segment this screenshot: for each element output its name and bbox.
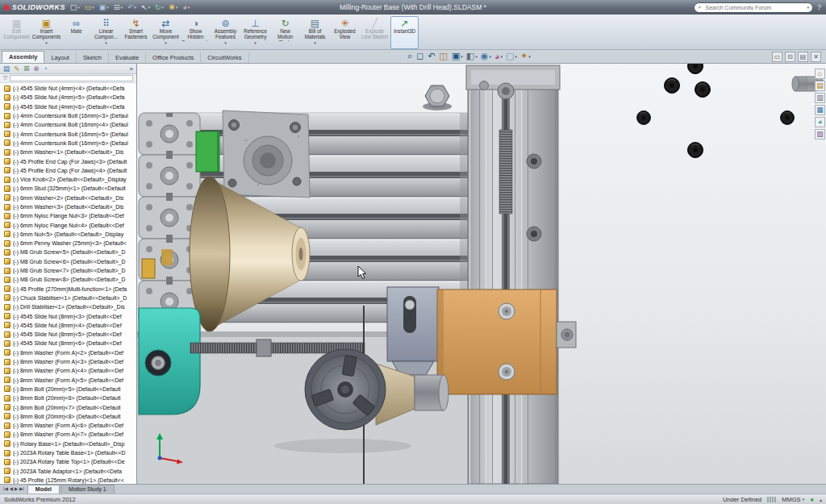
tree-item[interactable]: (-) M8 Grub Screw<8> (Default<<Default>_… (2, 275, 136, 284)
tree-item[interactable]: (-) 4mm Countersunk Bolt (16mm)<4> (Defa… (2, 120, 136, 129)
tree-item[interactable]: (-) M8 Grub Screw<7> (Default<<Default>_… (2, 266, 136, 275)
graphics-area[interactable]: ⌂ ▤ ▥ ▦ ◕ ▧ (137, 64, 826, 484)
quick-access-button[interactable]: ▭ ▾ (85, 3, 94, 11)
search-scope-caret-icon[interactable]: ▾ (807, 5, 809, 10)
tree-item[interactable]: (-) 8mm Washer (Form A)<7> (Default<<Def (2, 430, 136, 439)
dropdown-caret-icon[interactable]: ▾ (92, 5, 94, 10)
quick-access-button[interactable]: ✱ ▾ (169, 3, 177, 11)
tree-item[interactable]: (-) 2023A Rotary Table Top<1> (Default<<… (2, 457, 136, 466)
dimxpert-tab-icon[interactable]: ⊕ (33, 65, 39, 73)
ribbon-button[interactable]: ↻ New Motion Study (271, 16, 299, 49)
model-tab[interactable]: Model (27, 485, 60, 494)
green-plate[interactable] (196, 131, 219, 172)
command-tab[interactable]: Office Products (146, 52, 201, 63)
tree-item[interactable]: (-) Vice Knob<2> (Default<<Default>_Disp… (2, 175, 136, 184)
tree-item[interactable]: (-) 6mm Nut<5> (Default<<Default>_Displa… (2, 230, 136, 239)
dropdown-caret-icon[interactable]: ▾ (134, 5, 136, 10)
tree-item[interactable]: (-) 8mm Bolt (20mm)<8> (Default<<Default (2, 412, 136, 421)
tree-item[interactable]: (-) 6mm Nyloc Flange Nut<4> (Default<<De… (2, 220, 136, 229)
view-toolbar-button[interactable]: ◻ (416, 51, 424, 61)
tree-item[interactable]: (-) 4545 Slide Nut (4mm)<4> (Default<<De… (2, 84, 136, 93)
quick-access-button[interactable]: ▣ ▾ (99, 3, 109, 11)
tree-item[interactable]: (-) 8mm Washer (Form A)<5> (Default<<Def (2, 376, 136, 385)
quick-access-button[interactable]: ↶ ▾ (127, 3, 136, 11)
tree-item[interactable]: (-) 45 Profile End Cap (For Jaws)<3> (De… (2, 156, 136, 165)
view-toolbar-button[interactable]: ▢ ▾ (506, 51, 517, 61)
maximize-viewport-icon[interactable]: ▭ (772, 52, 782, 62)
tree-item[interactable]: (-) 6mm Nyloc Flange Nut<3> (Default<<De… (2, 211, 136, 220)
quick-access-button[interactable]: ↖ ▾ (141, 3, 150, 11)
ribbon-button[interactable]: ◑ Show Hidden Components (181, 16, 210, 49)
filter-funnel-icon[interactable]: ▽ (3, 75, 7, 81)
dropdown-caret-icon[interactable]: ▾ (501, 54, 503, 59)
tree-item[interactable]: (-) 2023A Rotary Table Base<1> (Default<… (2, 448, 136, 457)
pane-options-icon[interactable]: ▤ (798, 52, 808, 62)
tree-item[interactable]: (-) 8mm Bolt (20mm)<6> (Default<<Default (2, 394, 136, 402)
split-pane-icon[interactable]: ⊟ (785, 52, 795, 62)
slide-nut[interactable] (161, 249, 173, 265)
property-manager-tab-icon[interactable]: ✎ (14, 65, 19, 73)
command-tab[interactable]: CircuitWorks (201, 52, 248, 63)
dropdown-caret-icon[interactable]: ▾ (77, 5, 80, 10)
dropdown-caret-icon[interactable]: ▾ (528, 54, 531, 59)
tree-item[interactable]: (-) M8 Grub Screw<6> (Default<<Default>_… (2, 257, 136, 266)
dropdown-caret-icon[interactable]: ▾ (489, 54, 491, 59)
dropdown-caret-icon[interactable]: ▾ (105, 41, 107, 46)
dropdown-caret-icon[interactable]: ▾ (106, 5, 109, 10)
tree-item[interactable]: (-) Drill Stabiliser<1> (Default<<Defaul… (2, 302, 136, 311)
tree-item[interactable]: (-) 45 Profile End Cap (For Jaws)<4> (De… (2, 166, 136, 175)
command-tab[interactable]: Evaluate (109, 52, 146, 63)
slotted-mount-block[interactable] (387, 287, 439, 375)
tab-scroll-button[interactable]: |◀ (3, 486, 8, 491)
tree-item[interactable]: (-) M8 Grub Screw<5> (Default<<Default>_… (2, 248, 136, 256)
tree-item[interactable]: (-) 45 Profile (270mm)Multi-function<1> … (2, 285, 136, 294)
tree-item[interactable]: (-) 4mm Countersunk Bolt (16mm)<3> (Defa… (2, 111, 136, 120)
view-toolbar-button[interactable]: ◫ (440, 51, 448, 61)
ribbon-button[interactable]: ⇄ Move Component ▾ (152, 16, 180, 49)
dropdown-caret-icon[interactable]: ▾ (515, 54, 517, 59)
dropdown-caret-icon[interactable]: ▾ (176, 5, 178, 10)
view-toolbar-button[interactable]: ◕ ▾ (494, 52, 503, 61)
ribbon-button[interactable]: ╱ Explode Line Sketch (361, 16, 389, 49)
close-pane-icon[interactable]: ✕ (811, 52, 821, 62)
galvanized-plate[interactable] (223, 110, 310, 198)
tree-item[interactable]: (-) 6mm Washer<3> (Default<<Default>_Dis (2, 202, 136, 211)
ribbon-button[interactable]: ⊚ Assembly Features ▾ (211, 16, 240, 49)
lathe-chuck[interactable] (305, 349, 386, 430)
tree-item[interactable]: (-) 6mm Stud (325mm)<1> (Default<<Defaul… (2, 184, 136, 193)
view-toolbar-button[interactable]: ◧ ▾ (466, 51, 478, 61)
extrusion-end-faces[interactable] (139, 113, 200, 323)
expand-statusbar-icon[interactable]: ▴ (820, 497, 822, 502)
tree-item[interactable]: (-) 6mm Washer<1> (Default<<Default>_Dis (2, 148, 136, 156)
dropdown-caret-icon[interactable]: ▾ (165, 41, 167, 46)
quick-access-button[interactable]: ↻ ▾ (155, 3, 164, 11)
dropdown-caret-icon[interactable]: ▾ (254, 41, 257, 46)
tree-item[interactable]: (-) 2023A Table Adaptor<1> (Default<<Def… (2, 466, 136, 475)
tree-item[interactable]: (-) 4545 Slide Nut (4mm)<5> (Default<<De… (2, 93, 136, 102)
tree-item[interactable]: (-) 8mm Washer (Form A)<4> (Default<<Def (2, 366, 136, 375)
tree-item[interactable]: (-) 6mm Penny Washer (25mm)<3> (Default< (2, 239, 136, 248)
tree-item[interactable]: (-) 4mm Countersunk Bolt (16mm)<6> (Defa… (2, 139, 136, 148)
tree-item[interactable]: (-) 8mm Washer (Form A)<6> (Default<<Def (2, 421, 136, 430)
tree-item[interactable]: (-) Rotary Base<1> (Default<<Default>_Di… (2, 439, 136, 448)
dropdown-caret-icon[interactable]: ▾ (148, 5, 151, 10)
view-toolbar-button[interactable]: ↶ (428, 51, 436, 61)
dropdown-caret-icon[interactable]: ▾ (461, 54, 463, 59)
ribbon-button[interactable]: ⠿ Linear Compon... ▾ (92, 16, 120, 49)
model-canvas[interactable] (137, 64, 826, 484)
tree-item[interactable]: (-) 8mm Washer (Form A)<2> (Default<<Def (2, 348, 136, 357)
view-toolbar-button[interactable]: ◉ ▾ (481, 51, 491, 61)
tree-item[interactable]: (-) 4545 Slide Nut (8mm)<5> (Default<<De… (2, 330, 136, 339)
orange-mount-plate[interactable] (437, 289, 576, 394)
command-tab[interactable]: Layout (44, 52, 77, 63)
dropdown-caret-icon[interactable]: ▾ (475, 54, 478, 59)
help-button[interactable]: ? (817, 3, 821, 11)
tree-item[interactable]: (-) Chuck Stabiliser<1> (Default<<Defaul… (2, 294, 136, 302)
slide-nut[interactable] (142, 259, 155, 278)
ribbon-button[interactable]: ▤ Bill of Materials ▾ (301, 16, 329, 49)
display-manager-tab-icon[interactable]: ◔ (43, 65, 47, 73)
units-selector[interactable]: MMGS ▾ (782, 496, 804, 503)
dropdown-caret-icon[interactable]: ▾ (224, 41, 227, 46)
tab-scroll-button[interactable]: ▶ (15, 486, 18, 491)
tree-item[interactable]: (-) 6mm Washer<2> (Default<<Default>_Dis (2, 194, 136, 202)
